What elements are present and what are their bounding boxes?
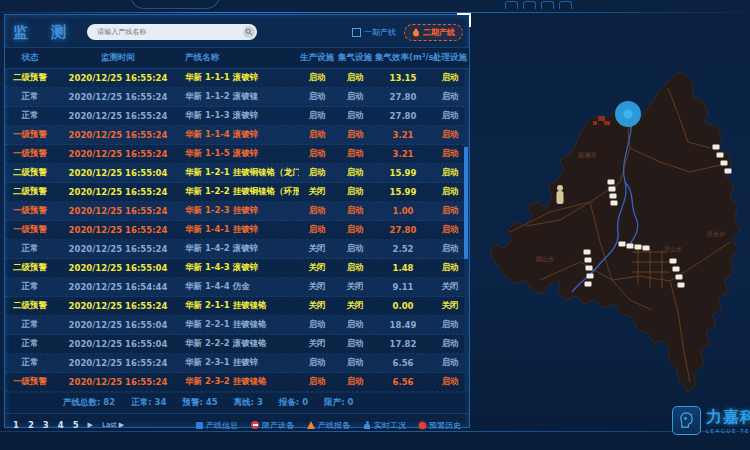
name-cell: 华新 1-1-2 滚镀镍	[181, 91, 299, 103]
enterprise-marker[interactable]	[676, 275, 683, 280]
time-cell: 2020/12/25 16:55:24	[55, 92, 181, 102]
phase2-button[interactable]: 二期产线	[404, 24, 463, 41]
table-row[interactable]: 二级预警2020/12/25 16:55:24华新 1-1-1 滚镀锌启动启动1…	[5, 69, 469, 88]
page-number[interactable]: 5	[73, 420, 79, 430]
efficiency-cell: 1.00	[375, 206, 431, 216]
name-cell: 华新 1-2-2 挂镀铜镍铬（环形线）	[181, 186, 299, 198]
enterprise-marker[interactable]	[713, 145, 720, 150]
table-row[interactable]: 正常2020/12/25 16:55:24华新 1-4-2 滚镀锌关闭启动2.5…	[5, 240, 469, 259]
enterprise-marker[interactable]	[619, 242, 626, 247]
table-row[interactable]: 一级预警2020/12/25 16:55:24华新 1-1-5 滚镀锌启动启动3…	[5, 145, 469, 164]
legend-item-alarm-dot[interactable]: 预警历史	[419, 420, 461, 431]
page-number[interactable]: 1	[13, 420, 19, 430]
table-row[interactable]: 二级预警2020/12/25 16:55:24华新 2-1-1 挂镀镍铬关闭关闭…	[5, 297, 469, 316]
legend-label: 限产设备	[262, 420, 294, 431]
efficiency-cell: 13.15	[375, 73, 431, 83]
map-landmass	[490, 72, 740, 392]
production-cell: 关闭	[299, 338, 335, 350]
table-row[interactable]: 一级预警2020/12/25 16:55:24华新 1-2-3 挂镀锌启动启动1…	[5, 202, 469, 221]
table-row[interactable]: 一级预警2020/12/25 16:55:24华新 1-1-4 滚镀锌启动启动3…	[5, 126, 469, 145]
column-header: 集气设施	[335, 52, 375, 64]
checkbox-icon	[352, 28, 361, 37]
time-cell: 2020/12/25 16:55:24	[55, 225, 181, 235]
alarm-dot-icon	[419, 422, 426, 429]
name-cell: 华新 1-2-3 挂镀锌	[181, 205, 299, 217]
production-cell: 启动	[299, 205, 335, 217]
table-row[interactable]: 二级预警2020/12/25 16:55:04华新 1-2-1 挂镀铜镍铬（龙门…	[5, 164, 469, 183]
table-body: 二级预警2020/12/25 16:55:24华新 1-1-1 滚镀锌启动启动1…	[5, 69, 469, 393]
production-cell: 关闭	[299, 281, 335, 293]
table-row[interactable]: 一级预警2020/12/25 16:55:24华新 1-4-1 挂镀锌启动启动2…	[5, 221, 469, 240]
enterprise-marker[interactable]	[673, 267, 680, 272]
table-row[interactable]: 正常2020/12/25 16:55:24华新 1-1-3 滚镀锌启动启动27.…	[5, 107, 469, 126]
name-cell: 华新 1-1-1 滚镀锌	[181, 72, 299, 84]
enterprise-marker[interactable]	[585, 282, 592, 287]
scrollbar-thumb[interactable]	[464, 147, 468, 259]
page-number[interactable]: 3	[43, 420, 49, 430]
legend-label: 实时工况	[374, 420, 406, 431]
efficiency-cell: 27.80	[375, 111, 431, 121]
district-label: 西乡乡	[707, 230, 725, 238]
gas-cell: 启动	[335, 262, 375, 274]
table-row[interactable]: 一级预警2020/12/25 16:55:24华新 2-4-1 挂镀镍铬启动启动…	[5, 392, 469, 393]
top-tabs-decoration	[505, 1, 572, 9]
enterprise-marker[interactable]	[678, 283, 685, 288]
person-marker[interactable]	[557, 185, 564, 204]
enterprise-marker[interactable]	[721, 161, 728, 166]
search-input[interactable]	[95, 27, 243, 37]
city-map[interactable]: 观澜湖园山乡西乡乡坪山乡	[480, 52, 750, 402]
status-cell: 正常	[5, 338, 55, 350]
legend-item-info-square[interactable]: 产线信息	[196, 420, 238, 431]
enterprise-marker[interactable]	[608, 180, 615, 185]
gas-cell: 启动	[335, 148, 375, 160]
enterprise-marker[interactable]	[609, 187, 616, 192]
table-row[interactable]: 正常2020/12/25 16:55:04华新 2-2-1 挂镀镍铬启动启动18…	[5, 316, 469, 335]
enterprise-marker[interactable]	[585, 258, 592, 263]
enterprise-marker[interactable]	[717, 153, 724, 158]
table-row[interactable]: 正常2020/12/25 16:55:24华新 1-1-2 滚镀镍启动启动27.…	[5, 88, 469, 107]
legend-item-limit-circle[interactable]: 限产设备	[251, 420, 294, 431]
time-cell: 2020/12/25 16:55:24	[55, 244, 181, 254]
enterprise-marker[interactable]	[643, 246, 650, 251]
time-cell: 2020/12/25 16:55:24	[55, 377, 181, 387]
summary-item: 限产: 0	[324, 397, 353, 409]
brand-subtitle: LEAGUE TECH	[706, 428, 750, 434]
next-page-button[interactable]: ▶	[88, 421, 93, 429]
table-row[interactable]: 正常2020/12/25 16:55:04华新 2-2-2 滚镀镍铬关闭启动17…	[5, 335, 469, 354]
enterprise-marker[interactable]	[635, 245, 642, 250]
page-number[interactable]: 2	[28, 420, 34, 430]
production-cell: 关闭	[299, 186, 335, 198]
enterprise-marker[interactable]	[725, 169, 732, 174]
legend-bar: 产线信息限产设备产线报备实时工况预警历史	[196, 420, 461, 431]
legend-item-worker-person[interactable]: 实时工况	[363, 420, 406, 431]
table-row[interactable]: 正常2020/12/25 16:54:44华新 1-4-4 仿金关闭关闭9.11…	[5, 278, 469, 297]
enterprise-marker[interactable]	[587, 274, 594, 279]
limit-circle-icon	[251, 421, 259, 429]
status-cell: 二级预警	[5, 167, 55, 179]
table-row[interactable]: 正常2020/12/25 16:55:24华新 2-3-1 挂镀锌启动启动6.5…	[5, 354, 469, 373]
legend-item-report-triangle[interactable]: 产线报备	[307, 420, 350, 431]
gas-cell: 启动	[335, 205, 375, 217]
enterprise-marker[interactable]	[627, 244, 634, 249]
enterprise-marker[interactable]	[586, 266, 593, 271]
enterprise-marker[interactable]	[610, 194, 617, 199]
pagination: 12345▶Last ▶	[13, 420, 124, 430]
table-row[interactable]: 二级预警2020/12/25 16:55:04华新 1-4-3 滚镀锌关闭启动1…	[5, 259, 469, 278]
table-row[interactable]: 一级预警2020/12/25 16:55:24华新 2-3-2 挂镀镍铬启动启动…	[5, 373, 469, 392]
time-cell: 2020/12/25 16:55:04	[55, 263, 181, 273]
production-cell: 启动	[299, 129, 335, 141]
enterprise-marker[interactable]	[584, 250, 591, 255]
phase1-checkbox[interactable]: 一期产线	[352, 27, 396, 38]
table-row[interactable]: 二级预警2020/12/25 16:55:24华新 1-2-2 挂镀铜镍铬（环形…	[5, 183, 469, 202]
enterprise-marker[interactable]	[670, 259, 677, 264]
time-cell: 2020/12/25 16:55:04	[55, 168, 181, 178]
column-header: 集气效率(m³/s)	[375, 52, 431, 64]
efficiency-cell: 27.80	[375, 92, 431, 102]
production-cell: 启动	[299, 91, 335, 103]
enterprise-marker[interactable]	[611, 201, 618, 206]
page-number[interactable]: 4	[58, 420, 64, 430]
brand-logo: 力嘉科技 LEAGUE TECH	[672, 406, 750, 435]
search-icon[interactable]	[243, 26, 255, 38]
last-page-button[interactable]: Last ▶	[102, 421, 124, 429]
column-header: 生产设施	[299, 52, 335, 64]
